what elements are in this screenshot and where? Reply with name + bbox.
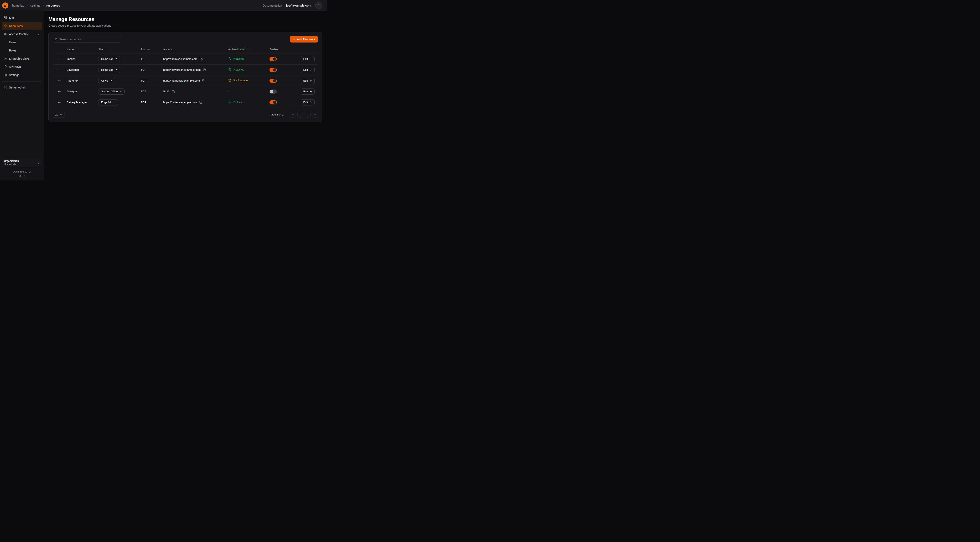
site-name: Second Office bbox=[101, 90, 118, 93]
sort-icon bbox=[75, 48, 78, 51]
first-page-button[interactable] bbox=[290, 112, 296, 118]
search-box bbox=[53, 36, 121, 43]
enabled-toggle[interactable] bbox=[269, 89, 277, 94]
site-link[interactable]: Office bbox=[98, 78, 115, 84]
toggle-knob bbox=[273, 57, 277, 61]
breadcrumb: home-lab settings resources bbox=[12, 4, 60, 7]
shield-off-icon bbox=[228, 79, 231, 82]
edit-button[interactable]: Edit bbox=[301, 89, 315, 95]
breadcrumb-settings[interactable]: settings bbox=[30, 4, 40, 7]
access-url: https://battery.example.com bbox=[163, 101, 197, 104]
copy-icon bbox=[172, 90, 175, 93]
app-version: v1.3.0 bbox=[2, 175, 42, 178]
resources-panel: Add Resource Name Sit bbox=[48, 32, 322, 122]
sidebar-item-resources[interactable]: Resources bbox=[2, 22, 42, 30]
user-email[interactable]: joe@example.com bbox=[286, 4, 311, 7]
access-url: https://authentik.example.com bbox=[163, 79, 200, 82]
previous-page-button[interactable] bbox=[298, 112, 303, 118]
edit-button[interactable]: Edit bbox=[301, 99, 315, 105]
site-link[interactable]: Home Lab bbox=[98, 56, 120, 62]
column-header-authentication[interactable]: Authentication bbox=[226, 45, 267, 54]
arrow-right-icon bbox=[309, 57, 312, 60]
breadcrumb-org[interactable]: home-lab bbox=[12, 4, 24, 7]
row-menu-button[interactable] bbox=[57, 67, 62, 72]
row-menu-button[interactable] bbox=[57, 89, 62, 94]
chevron-left-icon bbox=[299, 113, 302, 116]
copy-button[interactable] bbox=[202, 79, 205, 83]
enabled-toggle[interactable] bbox=[269, 79, 277, 83]
sidebar-item-label: Users bbox=[9, 41, 16, 44]
edit-button[interactable]: Edit bbox=[301, 67, 315, 73]
documentation-link[interactable]: Documentation bbox=[263, 4, 282, 7]
chevron-right-icon bbox=[37, 41, 40, 44]
copy-icon bbox=[199, 101, 202, 104]
resource-name: Postgres bbox=[64, 86, 96, 97]
app-logo-icon[interactable] bbox=[2, 2, 9, 9]
sidebar-item-users[interactable]: Users bbox=[2, 38, 42, 46]
sidebar-item-sites[interactable]: Sites bbox=[2, 14, 42, 22]
site-link[interactable]: Edge 01 bbox=[98, 99, 118, 105]
sidebar-item-access-control[interactable]: Access Control bbox=[2, 30, 42, 38]
open-source-link[interactable]: Open Source bbox=[2, 170, 42, 173]
copy-button[interactable] bbox=[203, 68, 206, 72]
auth-status: Protected bbox=[228, 57, 244, 60]
column-header-name[interactable]: Name bbox=[64, 45, 96, 54]
chevron-right-icon bbox=[306, 113, 309, 116]
organization-selector[interactable]: Organization Home Lab bbox=[2, 158, 42, 167]
site-link[interactable]: Home Lab bbox=[98, 67, 120, 73]
column-header-protocol: Protocol bbox=[138, 45, 161, 54]
organization-label: Organization bbox=[4, 159, 19, 163]
row-menu-button[interactable] bbox=[57, 78, 62, 83]
sidebar-item-label: Shareable Links bbox=[9, 57, 29, 60]
resource-protocol: TCP bbox=[138, 75, 161, 86]
sort-icon bbox=[247, 48, 249, 51]
grid-icon bbox=[4, 16, 7, 19]
arrow-up-right-icon bbox=[110, 80, 112, 82]
search-icon bbox=[55, 38, 57, 41]
toggle-knob bbox=[273, 68, 277, 72]
arrow-up-right-icon bbox=[115, 58, 118, 60]
row-menu-button[interactable] bbox=[57, 57, 62, 62]
open-source-label: Open Source bbox=[13, 170, 27, 173]
resource-name: Authentik bbox=[64, 75, 96, 86]
row-menu-button[interactable] bbox=[57, 100, 62, 105]
edit-button[interactable]: Edit bbox=[301, 78, 315, 84]
sidebar-item-server-admin[interactable]: Server Admin bbox=[2, 84, 42, 91]
site-link[interactable]: Second Office bbox=[98, 89, 125, 95]
avatar[interactable]: J bbox=[315, 2, 322, 9]
resource-protocol: TCP bbox=[138, 97, 161, 108]
arrow-up-right-icon bbox=[113, 101, 115, 104]
breadcrumb-current: resources bbox=[46, 4, 60, 7]
search-input[interactable] bbox=[59, 38, 119, 41]
add-resource-button[interactable]: Add Resource bbox=[290, 36, 318, 43]
enabled-toggle[interactable] bbox=[269, 68, 277, 72]
sidebar-item-shareable-links[interactable]: Shareable Links bbox=[2, 55, 42, 62]
sidebar-item-roles[interactable]: Roles bbox=[2, 46, 42, 54]
table-footer: 20 Page 1 of 1 bbox=[53, 108, 318, 118]
users-icon bbox=[4, 32, 7, 36]
auth-status: Protected bbox=[228, 68, 244, 71]
copy-button[interactable] bbox=[199, 100, 203, 104]
auth-status: Protected bbox=[228, 100, 244, 104]
table-row: Immich Home Lab TCP https://immich.examp… bbox=[53, 54, 318, 64]
last-page-button[interactable] bbox=[312, 112, 318, 118]
page-title: Manage Resources bbox=[48, 16, 322, 22]
toggle-knob bbox=[273, 79, 277, 82]
enabled-toggle[interactable] bbox=[269, 100, 277, 104]
auth-label: Protected bbox=[233, 100, 244, 104]
copy-button[interactable] bbox=[172, 90, 175, 93]
enabled-toggle[interactable] bbox=[269, 57, 277, 61]
sidebar-item-settings[interactable]: Settings bbox=[2, 71, 42, 79]
table-row: Postgres Second Office TCP 5432 - Edit bbox=[53, 86, 318, 97]
sidebar-item-api-keys[interactable]: API Keys bbox=[2, 63, 42, 71]
column-header-access: Access bbox=[161, 45, 226, 54]
chevron-down-icon bbox=[60, 113, 62, 116]
shield-check-icon bbox=[228, 57, 231, 60]
page-size-select[interactable]: 20 bbox=[53, 112, 65, 118]
column-header-site[interactable]: Site bbox=[96, 45, 138, 54]
next-page-button[interactable] bbox=[305, 112, 310, 118]
edit-button[interactable]: Edit bbox=[301, 56, 315, 62]
auth-status: Not Protected bbox=[228, 79, 249, 82]
sidebar: Sites Resources Access Control Users Rol… bbox=[0, 11, 44, 180]
copy-button[interactable] bbox=[199, 57, 203, 61]
